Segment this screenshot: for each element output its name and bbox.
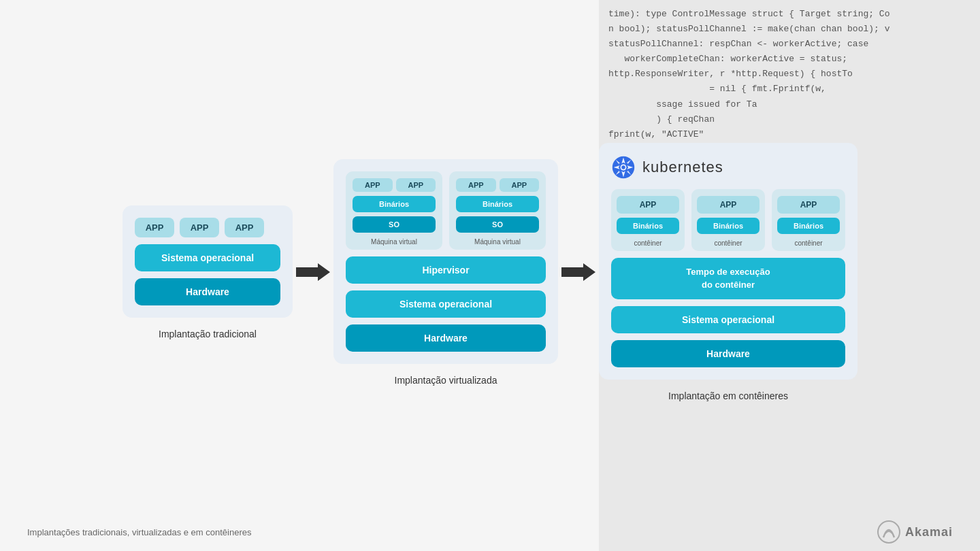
container-card-2: APP Binários contêiner (691, 189, 765, 251)
container3-app: APP (777, 196, 840, 214)
container-box: kubernetes APP Binários contêiner APP Bi… (599, 143, 858, 379)
vm2-app1: APP (456, 178, 496, 192)
container1-app: APP (617, 196, 679, 214)
container2-label: contêiner (697, 239, 760, 247)
traditional-app-row: APP APP APP (135, 218, 280, 237)
container-label: Implantação em contêineres (668, 390, 788, 401)
virtualized-label: Implantação virtualizada (395, 375, 497, 386)
traditional-deployment: APP APP APP Sistema operacional Hardware… (122, 205, 293, 339)
arrow-1 (293, 262, 333, 282)
virtualized-hw: Hardware (346, 324, 546, 352)
container1-binarios: Binários (617, 218, 679, 234)
vm-row: APP APP Binários SO Máquina virtual APP … (346, 171, 546, 250)
vm-card-2: APP APP Binários SO Máquina virtual (449, 171, 546, 250)
svg-marker-0 (296, 263, 330, 281)
container1-label: contêiner (617, 239, 679, 247)
container3-label: contêiner (777, 239, 840, 247)
container-so: Sistema operacional (611, 306, 845, 333)
container-card-1: APP Binários contêiner (611, 189, 685, 251)
vm1-apps: APP APP (353, 178, 436, 192)
container-hw: Hardware (611, 340, 845, 367)
arrow-2 (558, 262, 599, 282)
kubernetes-title: kubernetes (642, 158, 723, 176)
traditional-box: APP APP APP Sistema operacional Hardware (122, 205, 293, 318)
container3-binarios: Binários (777, 218, 840, 234)
vm1-app1: APP (353, 178, 393, 192)
virtualized-so: Sistema operacional (346, 290, 546, 318)
container2-app: APP (697, 196, 760, 214)
diagrams-row: APP APP APP Sistema operacional Hardware… (122, 143, 858, 401)
kubernetes-icon (611, 155, 636, 180)
vm1-binarios: Binários (353, 196, 436, 212)
traditional-label: Implantação tradicional (159, 329, 257, 339)
svg-marker-1 (561, 263, 595, 281)
containers-row: APP Binários contêiner APP Binários cont… (611, 189, 845, 251)
kubernetes-header: kubernetes (611, 155, 845, 180)
vm2-apps: APP APP (456, 178, 539, 192)
app-chip-2: APP (180, 218, 219, 237)
vm2-label: Máquina virtual (456, 238, 539, 246)
app-chip-1: APP (135, 218, 174, 237)
tempo-execucao: Tempo de execuçãodo contêiner (611, 258, 845, 299)
vm1-so: SO (353, 216, 436, 233)
traditional-so: Sistema operacional (135, 244, 280, 271)
app-chip-3: APP (225, 218, 264, 237)
traditional-hw: Hardware (135, 278, 280, 305)
vm2-binarios: Binários (456, 196, 539, 212)
container2-binarios: Binários (697, 218, 760, 234)
vm1-app2: APP (396, 178, 436, 192)
virtualized-box: APP APP Binários SO Máquina virtual APP … (333, 159, 558, 364)
virtualized-deployment: APP APP Binários SO Máquina virtual APP … (333, 159, 558, 386)
vm2-app2: APP (500, 178, 540, 192)
container-card-3: APP Binários contêiner (772, 189, 845, 251)
hipervisor: Hipervisor (346, 256, 546, 284)
vm-card-1: APP APP Binários SO Máquina virtual (346, 171, 442, 250)
container-deployment: kubernetes APP Binários contêiner APP Bi… (599, 143, 858, 401)
svg-point-12 (621, 166, 625, 169)
main-content: APP APP APP Sistema operacional Hardware… (0, 0, 980, 551)
vm2-so: SO (456, 216, 539, 233)
vm1-label: Máquina virtual (353, 238, 436, 246)
